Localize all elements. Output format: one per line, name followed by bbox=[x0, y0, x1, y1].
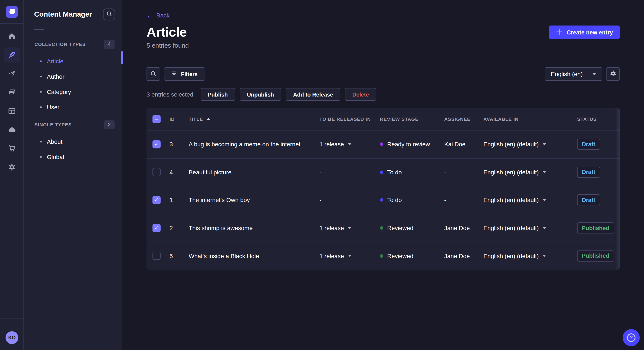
nav-content-type-builder[interactable] bbox=[0, 102, 24, 120]
cell-assignee: Jane Doe bbox=[444, 224, 484, 231]
entries-count-text: 5 entries found bbox=[146, 42, 620, 49]
row-checkbox[interactable] bbox=[152, 224, 160, 232]
table-row[interactable]: 3 A bug is becoming a meme on the intern… bbox=[146, 130, 620, 158]
subnav-title: Content Manager bbox=[34, 10, 92, 19]
feather-content-icon bbox=[8, 51, 16, 59]
cell-release-dropdown[interactable]: 1 release bbox=[320, 224, 380, 231]
back-label: Back bbox=[156, 12, 170, 19]
create-new-entry-button[interactable]: Create new entry bbox=[549, 25, 620, 39]
publish-button[interactable]: Publish bbox=[200, 88, 235, 101]
table-search-button[interactable] bbox=[146, 67, 160, 81]
row-checkbox[interactable] bbox=[152, 196, 160, 204]
locale-selected-value: English (en) bbox=[551, 71, 583, 77]
cell-locale-dropdown[interactable]: English (en) (default) bbox=[484, 141, 577, 148]
sidebar-item-label: Article bbox=[47, 58, 64, 65]
plus-icon bbox=[556, 28, 563, 36]
row-checkbox[interactable] bbox=[152, 140, 160, 149]
column-header-to-be-released-in[interactable]: TO BE RELEASED IN bbox=[320, 117, 380, 122]
table-row[interactable]: 4 Beautiful picture - To do - English (e… bbox=[146, 158, 620, 186]
back-arrow-icon: ← bbox=[146, 12, 153, 18]
nav-settings[interactable] bbox=[0, 158, 24, 176]
chevron-down-icon bbox=[348, 255, 351, 257]
paper-plane-icon bbox=[8, 69, 16, 78]
column-header-assignee[interactable]: ASSIGNEE bbox=[444, 117, 484, 122]
delete-button[interactable]: Delete bbox=[345, 88, 376, 101]
table-row[interactable]: 2 This shrimp is awesome 1 release Revie… bbox=[146, 214, 620, 242]
row-checkbox[interactable] bbox=[152, 168, 160, 176]
main-content: ← Back Article Create new entry 5 entrie… bbox=[122, 0, 644, 350]
nav-home[interactable] bbox=[0, 27, 24, 45]
select-all-checkbox[interactable] bbox=[152, 115, 160, 123]
sidebar-item-global[interactable]: Global bbox=[24, 149, 122, 165]
column-header-review-stage[interactable]: REVIEW STAGE bbox=[380, 117, 444, 122]
locale-select[interactable]: English (en) bbox=[545, 67, 602, 81]
cell-id: 1 bbox=[170, 197, 189, 203]
subnav-scrollbar-thumb[interactable] bbox=[122, 51, 123, 64]
stage-dot-icon bbox=[380, 143, 383, 146]
subnav-search-button[interactable] bbox=[103, 8, 115, 20]
bullet-icon bbox=[40, 156, 42, 158]
stage-dot-icon bbox=[380, 198, 383, 202]
table-row[interactable]: 5 What's inside a Black Hole 1 release R… bbox=[146, 242, 620, 270]
cell-locale-dropdown[interactable]: English (en) (default) bbox=[484, 224, 577, 231]
cell-locale-dropdown[interactable]: English (en) (default) bbox=[484, 197, 577, 203]
row-checkbox[interactable] bbox=[152, 252, 160, 260]
sidebar-item-about[interactable]: About bbox=[24, 134, 122, 149]
user-avatar[interactable]: KD bbox=[6, 331, 18, 344]
selected-entries-text: 3 entries selected bbox=[146, 91, 193, 98]
column-header-status[interactable]: STATUS bbox=[577, 117, 614, 122]
unpublish-button[interactable]: Unpublish bbox=[240, 88, 281, 101]
filters-label: Filters bbox=[181, 71, 198, 77]
images-icon bbox=[8, 88, 16, 97]
cell-release: - bbox=[320, 169, 380, 176]
cloud-icon bbox=[8, 126, 16, 134]
view-settings-button[interactable] bbox=[606, 67, 620, 81]
cell-release-dropdown[interactable]: 1 release bbox=[320, 141, 380, 148]
section-label: COLLECTION TYPES bbox=[34, 42, 86, 47]
cell-locale-dropdown[interactable]: English (en) (default) bbox=[484, 252, 577, 259]
nav-cloud[interactable] bbox=[0, 120, 24, 139]
collection-types-count-badge: 4 bbox=[104, 40, 114, 49]
chevron-down-icon bbox=[348, 227, 351, 229]
strapi-logo[interactable] bbox=[0, 0, 24, 24]
back-link[interactable]: ← Back bbox=[146, 11, 176, 19]
sidebar-item-article[interactable]: Article bbox=[24, 54, 122, 69]
column-header-title[interactable]: TITLE bbox=[189, 117, 320, 122]
nav-content-manager[interactable] bbox=[0, 45, 24, 64]
cell-release: - bbox=[320, 197, 380, 203]
nav-media-library[interactable] bbox=[0, 83, 24, 102]
cell-release-dropdown[interactable]: 1 release bbox=[320, 252, 380, 259]
chevron-down-icon bbox=[543, 171, 546, 173]
home-icon bbox=[8, 32, 16, 40]
single-types-count-badge: 2 bbox=[104, 120, 114, 129]
status-badge: Draft bbox=[577, 167, 600, 178]
sidebar-item-category[interactable]: Category bbox=[24, 84, 122, 100]
cell-id: 4 bbox=[170, 169, 189, 176]
create-new-entry-label: Create new entry bbox=[566, 29, 613, 35]
cell-review-stage: Ready to review bbox=[380, 141, 444, 148]
table-row[interactable]: 1 The internet's Own boy - To do - Engli… bbox=[146, 186, 620, 214]
bullet-icon bbox=[40, 60, 42, 62]
cell-locale-dropdown[interactable]: English (en) (default) bbox=[484, 169, 577, 176]
strapi-logo-icon bbox=[6, 6, 18, 18]
column-header-id[interactable]: ID bbox=[170, 117, 189, 122]
search-icon bbox=[150, 70, 157, 78]
nav-releases[interactable] bbox=[0, 64, 24, 83]
sidebar-item-label: User bbox=[47, 104, 60, 111]
sidebar-item-user[interactable]: User bbox=[24, 100, 122, 115]
cell-title: A bug is becoming a meme on the internet bbox=[189, 141, 320, 148]
cell-title: What's inside a Black Hole bbox=[189, 252, 320, 259]
cell-assignee: Jane Doe bbox=[444, 252, 484, 259]
section-single-types: SINGLE TYPES 2 bbox=[24, 120, 122, 129]
sidebar-item-label: Global bbox=[47, 154, 64, 160]
column-header-available-in[interactable]: AVAILABLE IN bbox=[484, 117, 577, 122]
filters-button[interactable]: Filters bbox=[164, 67, 204, 81]
chevron-down-icon bbox=[543, 255, 546, 257]
rail-divider bbox=[0, 318, 24, 319]
help-button[interactable]: ? bbox=[623, 329, 640, 346]
sidebar-item-author[interactable]: Author bbox=[24, 69, 122, 84]
cell-review-stage: To do bbox=[380, 169, 444, 176]
chevron-down-icon bbox=[543, 143, 546, 146]
add-to-release-button[interactable]: Add to Release bbox=[286, 88, 340, 101]
nav-marketplace[interactable] bbox=[0, 139, 24, 158]
